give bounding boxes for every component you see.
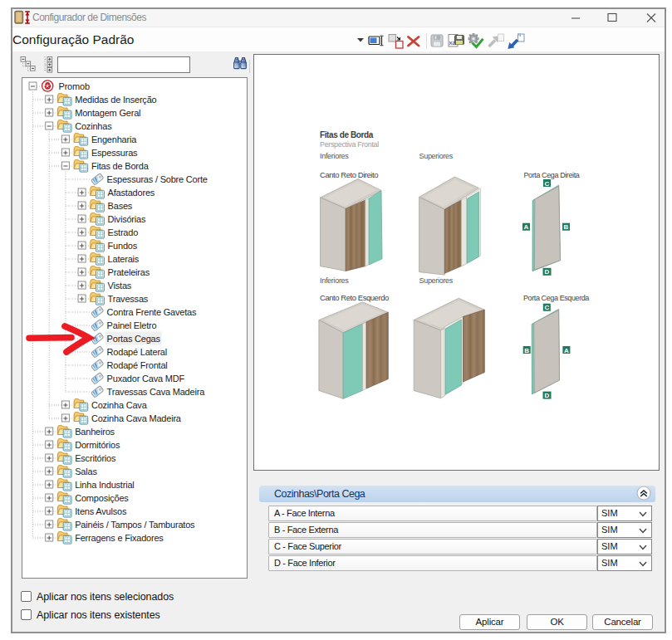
svg-text:Canto Reto Esquerdo: Canto Reto Esquerdo xyxy=(320,293,389,302)
svg-text:Puxador Cava MDF: Puxador Cava MDF xyxy=(107,374,185,384)
svg-text:D: D xyxy=(545,392,550,399)
svg-text:Travessas: Travessas xyxy=(108,294,149,304)
svg-text:Escritórios: Escritórios xyxy=(75,453,116,463)
svg-text:D: D xyxy=(545,268,550,276)
svg-text:Banheiros: Banheiros xyxy=(75,427,115,437)
svg-text:Inferiores: Inferiores xyxy=(320,152,349,160)
svg-text:Promob: Promob xyxy=(59,81,90,91)
svg-text:Painéis / Tampos / Tamburatos: Painéis / Tampos / Tamburatos xyxy=(75,520,195,530)
svg-text:C: C xyxy=(545,180,550,188)
svg-text:Cozinha Cava: Cozinha Cava xyxy=(91,400,148,410)
svg-text:Linha Industrial: Linha Industrial xyxy=(75,480,134,490)
svg-text:Engenharia: Engenharia xyxy=(91,134,137,144)
svg-text:C: C xyxy=(544,304,549,311)
svg-text:Superiores: Superiores xyxy=(419,276,454,285)
svg-text:Contra Frente Gavetas: Contra Frente Gavetas xyxy=(107,307,197,317)
svg-text:Fundos: Fundos xyxy=(108,241,138,251)
svg-text:Afastadores: Afastadores xyxy=(108,188,155,198)
svg-text:Perspectiva Frontal: Perspectiva Frontal xyxy=(320,140,379,149)
svg-text:Vistas: Vistas xyxy=(108,281,132,291)
svg-text:Prateleiras: Prateleiras xyxy=(108,267,150,277)
svg-text:B: B xyxy=(524,347,529,354)
svg-text:Cozinhas: Cozinhas xyxy=(75,121,112,131)
svg-text:Medidas de Inserção: Medidas de Inserção xyxy=(75,95,156,105)
svg-text:Inferiores: Inferiores xyxy=(320,276,349,285)
svg-text:Divisórias: Divisórias xyxy=(108,214,146,224)
svg-text:Rodapé Lateral: Rodapé Lateral xyxy=(107,347,167,357)
svg-text:Porta Cega Esquerda: Porta Cega Esquerda xyxy=(523,294,589,302)
svg-text:Dormitórios: Dormitórios xyxy=(75,440,120,450)
svg-text:Salas: Salas xyxy=(75,467,97,476)
svg-text:Rodapé Frontal: Rodapé Frontal xyxy=(107,360,168,370)
svg-text:Superiores: Superiores xyxy=(419,152,454,160)
svg-text:Montagem Geral: Montagem Geral xyxy=(75,108,140,118)
svg-text:A: A xyxy=(524,223,529,231)
svg-text:Ferragens e Fixadores: Ferragens e Fixadores xyxy=(75,533,164,543)
svg-text:Itens Avulsos: Itens Avulsos xyxy=(75,506,127,516)
svg-text:Estrado: Estrado xyxy=(108,227,139,237)
svg-text:Porta Cega Direita: Porta Cega Direita xyxy=(524,171,580,179)
svg-text:Fitas de Borda: Fitas de Borda xyxy=(91,161,150,171)
svg-text:A: A xyxy=(564,347,569,354)
svg-text:Portas Cegas: Portas Cegas xyxy=(107,334,161,344)
svg-text:Cozinha Cava Madeira: Cozinha Cava Madeira xyxy=(91,413,182,423)
svg-text:Canto Reto Direito: Canto Reto Direito xyxy=(320,170,378,179)
svg-text:Painel Eletro: Painel Eletro xyxy=(107,320,157,330)
svg-text:Composições: Composições xyxy=(75,493,129,503)
svg-text:Fitas de Borda: Fitas de Borda xyxy=(320,130,374,139)
svg-text:B: B xyxy=(564,223,569,231)
svg-text:Espessuras / Sobre Corte: Espessuras / Sobre Corte xyxy=(107,174,208,184)
svg-text:Travessas Cava Madeira: Travessas Cava Madeira xyxy=(107,387,206,397)
svg-text:Espessuras: Espessuras xyxy=(91,148,138,158)
svg-text:Bases: Bases xyxy=(108,201,133,211)
svg-text:Laterais: Laterais xyxy=(108,254,140,264)
